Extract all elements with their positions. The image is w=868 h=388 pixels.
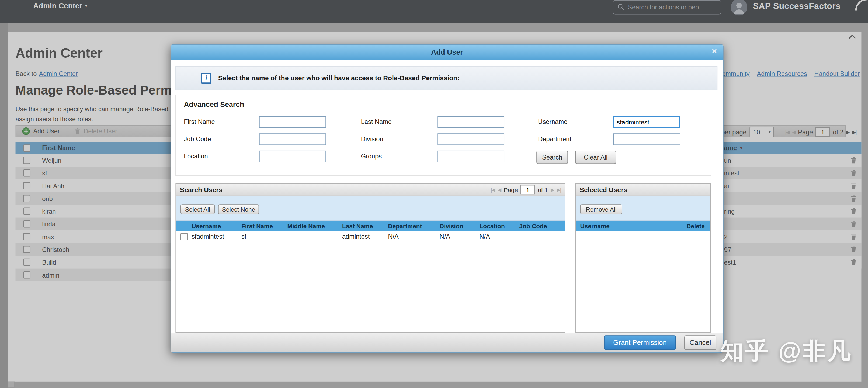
remove-all-button[interactable]: Remove All <box>580 204 622 214</box>
username-field[interactable] <box>613 116 681 128</box>
selected-toolbar: Remove All <box>576 196 710 221</box>
dialog-footer: Grant Permission Cancel <box>171 333 723 352</box>
screen: Admin Center▾ SAP SuccessFactors Admin C… <box>0 0 868 388</box>
col-location: Location <box>479 222 519 229</box>
search-users-header: Search Users |◀ ◀ Page of 1 ▶ ▶| <box>176 184 565 196</box>
job-code-label: Job Code <box>184 136 211 142</box>
col-department: Department <box>388 222 439 229</box>
job-code-field[interactable] <box>259 133 326 145</box>
add-user-dialog: Add User × i Select the name of the user… <box>170 44 723 353</box>
advanced-search-panel: Advanced Search First Name Last Name Use… <box>175 95 711 176</box>
next-page-icon[interactable]: ▶ <box>551 187 554 193</box>
info-icon: i <box>201 73 212 83</box>
dialog-title-bar: Add User <box>171 45 723 60</box>
select-none-button[interactable]: Select None <box>218 204 259 214</box>
cell-division: N/A <box>440 233 479 240</box>
cell-first-name: sf <box>241 233 287 240</box>
col-middle-name: Middle Name <box>287 222 342 229</box>
division-field[interactable] <box>437 133 504 145</box>
col-username: Username <box>580 222 610 229</box>
advanced-search-title: Advanced Search <box>184 100 244 109</box>
search-result-row[interactable]: sfadmintest sf admintest N/A N/A N/A <box>176 231 565 242</box>
prev-page-icon[interactable]: ◀ <box>498 187 501 193</box>
watermark: 知乎 @非凡 <box>720 335 852 366</box>
location-field[interactable] <box>259 151 326 162</box>
cancel-button[interactable]: Cancel <box>684 335 716 350</box>
first-name-field[interactable] <box>259 116 326 128</box>
col-last-name: Last Name <box>342 222 388 229</box>
first-page-icon[interactable]: |◀ <box>491 187 495 193</box>
col-job-code: Job Code <box>519 222 553 229</box>
info-banner: i Select the name of the user who will h… <box>175 66 717 90</box>
info-text: Select the name of the user who will hav… <box>218 74 460 82</box>
location-label: Location <box>184 153 208 159</box>
dialog-title: Add User <box>431 48 463 57</box>
grant-permission-button[interactable]: Grant Permission <box>604 335 676 350</box>
department-label: Department <box>538 136 571 142</box>
search-users-pagination: |◀ ◀ Page of 1 ▶ ▶| <box>491 185 561 194</box>
search-users-panel: Search Users |◀ ◀ Page of 1 ▶ ▶| Select … <box>175 183 565 333</box>
groups-label: Groups <box>361 153 382 159</box>
last-page-icon[interactable]: ▶| <box>557 187 561 193</box>
last-name-label: Last Name <box>361 119 392 125</box>
selected-users-header: Selected Users <box>576 184 710 196</box>
search-users-title: Search Users <box>180 186 222 193</box>
first-name-label: First Name <box>184 119 215 125</box>
col-first-name: First Name <box>241 222 287 229</box>
department-field[interactable] <box>613 133 681 145</box>
groups-field[interactable] <box>437 151 504 162</box>
cell-location: N/A <box>479 233 519 240</box>
page-label: Page <box>503 186 518 193</box>
col-division: Division <box>440 222 479 229</box>
selected-users-column-headers: Username Delete <box>576 221 710 231</box>
selected-users-panel: Selected Users Remove All Username Delet… <box>575 183 711 333</box>
cell-department: N/A <box>388 233 439 240</box>
page-number-input[interactable] <box>521 185 535 194</box>
selected-users-title: Selected Users <box>580 186 627 193</box>
username-label: Username <box>538 119 567 125</box>
search-button[interactable]: Search <box>536 151 568 164</box>
clear-all-button[interactable]: Clear All <box>575 151 616 164</box>
col-delete: Delete <box>686 222 705 229</box>
close-icon[interactable]: × <box>712 47 717 56</box>
last-name-field[interactable] <box>437 116 504 128</box>
search-users-column-headers: Username First Name Middle Name Last Nam… <box>176 221 565 231</box>
col-username: Username <box>191 222 241 229</box>
result-row-checkbox[interactable] <box>180 233 187 240</box>
cell-last-name: admintest <box>342 233 388 240</box>
cell-username: sfadmintest <box>191 233 241 240</box>
selection-toolbar: Select All Select None <box>176 196 565 221</box>
division-label: Division <box>361 136 383 142</box>
select-all-button[interactable]: Select All <box>181 204 215 214</box>
of-pages-label: of 1 <box>538 186 548 193</box>
